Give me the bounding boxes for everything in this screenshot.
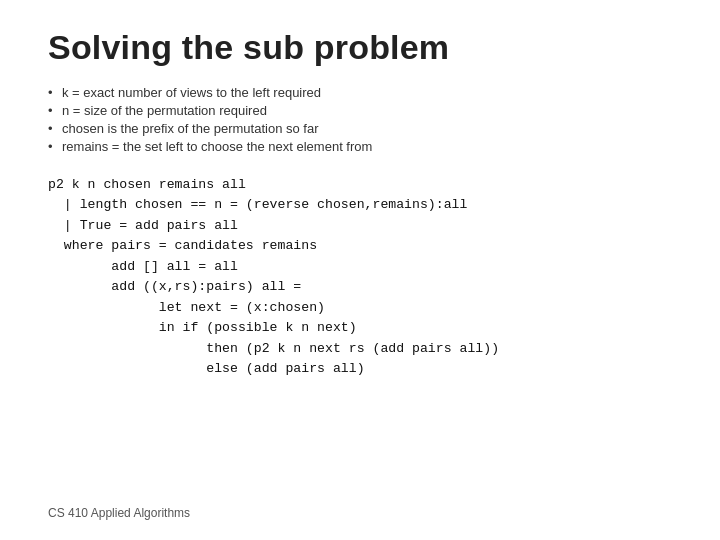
footer-text: CS 410 Applied Algorithms <box>48 496 672 520</box>
bullet-list: k = exact number of views to the left re… <box>48 85 672 157</box>
slide: Solving the sub problem k = exact number… <box>0 0 720 540</box>
bullet-item-2: n = size of the permutation required <box>48 103 672 118</box>
code-block: p2 k n chosen remains all | length chose… <box>48 175 672 496</box>
bullet-item-1: k = exact number of views to the left re… <box>48 85 672 100</box>
bullet-item-3: chosen is the prefix of the permutation … <box>48 121 672 136</box>
slide-title: Solving the sub problem <box>48 28 672 67</box>
bullet-item-4: remains = the set left to choose the nex… <box>48 139 672 154</box>
